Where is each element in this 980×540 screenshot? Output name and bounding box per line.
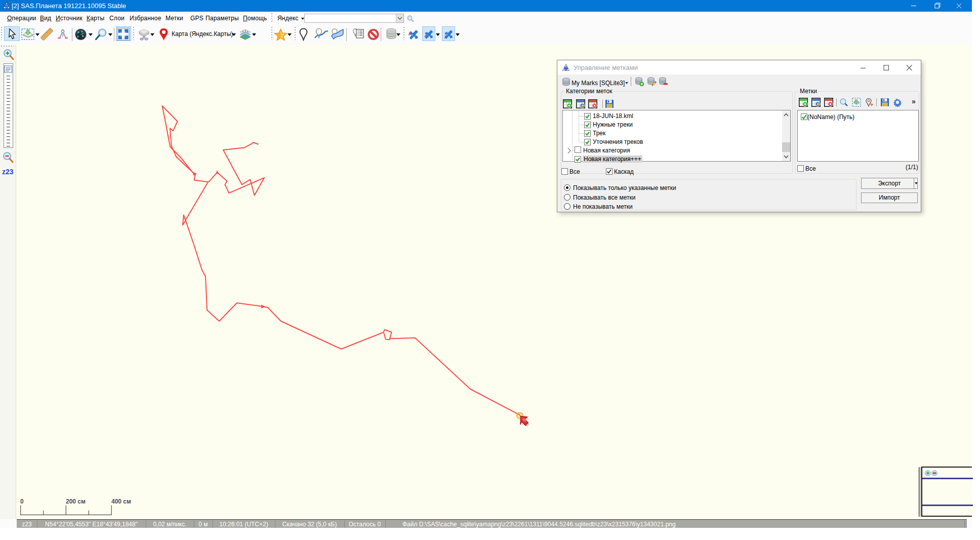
svg-text:400 см: 400 см bbox=[111, 498, 131, 505]
svg-text:0: 0 bbox=[20, 498, 24, 505]
svg-text:200 см: 200 см bbox=[66, 498, 86, 505]
